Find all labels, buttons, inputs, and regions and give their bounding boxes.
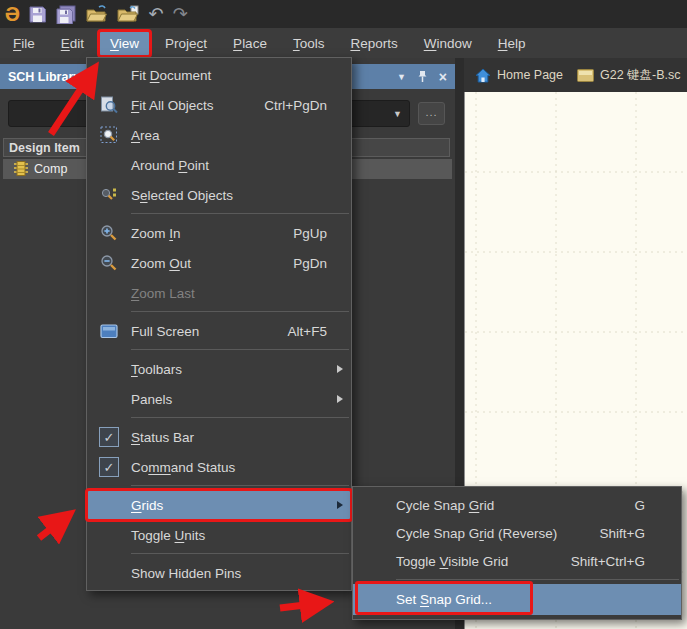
menu-item-toggle-units[interactable]: Toggle Units [87, 520, 351, 550]
tab-schematic-document[interactable]: G22 键盘-B.sc [577, 67, 681, 84]
menu-item-zoom-in[interactable]: Zoom In PgUp [87, 218, 351, 248]
menu-item-label: Cycle Snap Grid (Reverse) [396, 526, 600, 541]
menu-tools[interactable]: Tools [282, 31, 336, 56]
full-screen-icon [100, 324, 118, 339]
menu-view[interactable]: View [99, 31, 150, 56]
menu-shortcut: G [634, 498, 645, 513]
menu-item-label: Zoom In [131, 226, 293, 241]
schematic-doc-icon [577, 69, 594, 82]
open-folder-icon [86, 5, 108, 23]
open-document-icon [117, 5, 140, 23]
menu-item-label: Toggle Visible Grid [396, 554, 571, 569]
menu-place[interactable]: Place [222, 31, 278, 56]
menu-separator [131, 417, 349, 418]
panel-dropdown-icon[interactable]: ▼ [397, 72, 406, 82]
menu-separator [131, 311, 349, 312]
save-all-button[interactable] [55, 2, 78, 26]
menu-item-area[interactable]: Area [87, 120, 351, 150]
menu-item-label: Show Hidden Pins [131, 566, 327, 581]
menu-file[interactable]: File [2, 31, 46, 56]
menu-item-label: Grids [131, 498, 327, 513]
menu-item-command-status[interactable]: ✓ Command Status [87, 452, 351, 482]
menu-separator [131, 553, 349, 554]
save-button[interactable] [27, 2, 48, 26]
zoom-in-icon [100, 224, 118, 242]
menu-item-zoom-last[interactable]: Zoom Last [87, 278, 351, 308]
menu-item-set-snap-grid[interactable]: Set Snap Grid... [353, 584, 681, 615]
menu-shortcut: Ctrl+PgDn [264, 98, 327, 113]
menu-item-around-point[interactable]: Around Point [87, 150, 351, 180]
view-menu-dropdown: Fit Document Fit All Objects Ctrl+PgDn A… [86, 57, 352, 591]
menu-separator [131, 213, 349, 214]
panel-title: SCH Library [8, 70, 80, 84]
menu-item-grids[interactable]: Grids [87, 490, 351, 520]
menu-item-toolbars[interactable]: Toolbars [87, 354, 351, 384]
menu-shortcut: Alt+F5 [288, 324, 327, 339]
more-options-button[interactable]: ... [418, 102, 445, 125]
undo-icon: ↶ [149, 3, 164, 25]
menu-separator [131, 485, 349, 486]
open-document-button[interactable] [116, 2, 141, 26]
menu-item-label: Set Snap Grid... [396, 592, 645, 607]
menu-item-fit-document[interactable]: Fit Document [87, 60, 351, 90]
menu-item-label: Toggle Units [131, 528, 327, 543]
menu-item-label: Toolbars [131, 362, 327, 377]
submenu-arrow-icon [337, 395, 343, 403]
menu-item-label: Cycle Snap Grid [396, 498, 634, 513]
menu-window[interactable]: Window [413, 31, 483, 56]
checked-checkbox-icon: ✓ [99, 457, 119, 477]
altium-window: Ə ↶ ↷ File Edit View Project Place Tools… [0, 0, 687, 629]
panel-close-icon[interactable]: × [439, 71, 447, 83]
menu-separator [131, 349, 349, 350]
redo-button[interactable]: ↷ [172, 2, 189, 26]
menu-reports[interactable]: Reports [339, 31, 408, 56]
checked-checkbox-icon: ✓ [99, 427, 119, 447]
menu-item-label: Panels [131, 392, 327, 407]
menu-item-label: Zoom Last [131, 286, 327, 301]
save-icon [28, 5, 47, 24]
zoom-area-icon [100, 126, 118, 144]
menu-item-status-bar[interactable]: ✓ Status Bar [87, 422, 351, 452]
menu-project[interactable]: Project [154, 31, 218, 56]
open-button[interactable] [85, 2, 109, 26]
redo-icon: ↷ [173, 3, 188, 25]
menu-shortcut: Shift+G [600, 526, 645, 541]
menu-item-selected-objects[interactable]: Selected Objects [87, 180, 351, 210]
menu-item-cycle-snap-grid[interactable]: Cycle Snap Grid G [353, 491, 681, 519]
titlebar: Ə ↶ ↷ [0, 0, 687, 28]
menu-item-panels[interactable]: Panels [87, 384, 351, 414]
fit-all-objects-icon [100, 96, 118, 114]
menu-help[interactable]: Help [487, 31, 537, 56]
submenu-arrow-icon [337, 501, 343, 509]
menu-item-label: Full Screen [131, 324, 288, 339]
combo-dropdown-icon[interactable]: ▼ [393, 109, 402, 119]
home-icon [475, 68, 491, 83]
menu-item-label: Selected Objects [131, 188, 327, 203]
pin-icon[interactable] [417, 70, 428, 83]
component-icon [12, 160, 30, 178]
menubar: File Edit View Project Place Tools Repor… [0, 28, 687, 58]
menu-item-label: Command Status [131, 460, 327, 475]
menu-shortcut: PgUp [293, 226, 327, 241]
tab-document-label: G22 键盘-B.sc [600, 67, 681, 84]
menu-shortcut: Shift+Ctrl+G [571, 554, 645, 569]
menu-edit[interactable]: Edit [50, 31, 95, 56]
menu-item-show-hidden-pins[interactable]: Show Hidden Pins [87, 558, 351, 588]
menu-item-fit-all-objects[interactable]: Fit All Objects Ctrl+PgDn [87, 90, 351, 120]
menu-item-label: Fit Document [131, 68, 327, 83]
save-all-icon [56, 5, 77, 24]
menu-item-toggle-visible-grid[interactable]: Toggle Visible Grid Shift+Ctrl+G [353, 547, 681, 575]
tab-home-label: Home Page [497, 68, 563, 82]
undo-button[interactable]: ↶ [148, 2, 165, 26]
zoom-out-icon [100, 254, 118, 272]
menu-item-full-screen[interactable]: Full Screen Alt+F5 [87, 316, 351, 346]
submenu-arrow-icon [337, 365, 343, 373]
menu-item-label: Zoom Out [131, 256, 293, 271]
menu-item-cycle-snap-grid-reverse[interactable]: Cycle Snap Grid (Reverse) Shift+G [353, 519, 681, 547]
tab-home-page[interactable]: Home Page [475, 68, 563, 83]
menu-shortcut: PgDn [293, 256, 327, 271]
altium-logo-icon: Ə [5, 2, 20, 26]
menu-item-zoom-out[interactable]: Zoom Out PgDn [87, 248, 351, 278]
menu-item-label: Around Point [131, 158, 327, 173]
menu-item-label: Fit All Objects [131, 98, 264, 113]
